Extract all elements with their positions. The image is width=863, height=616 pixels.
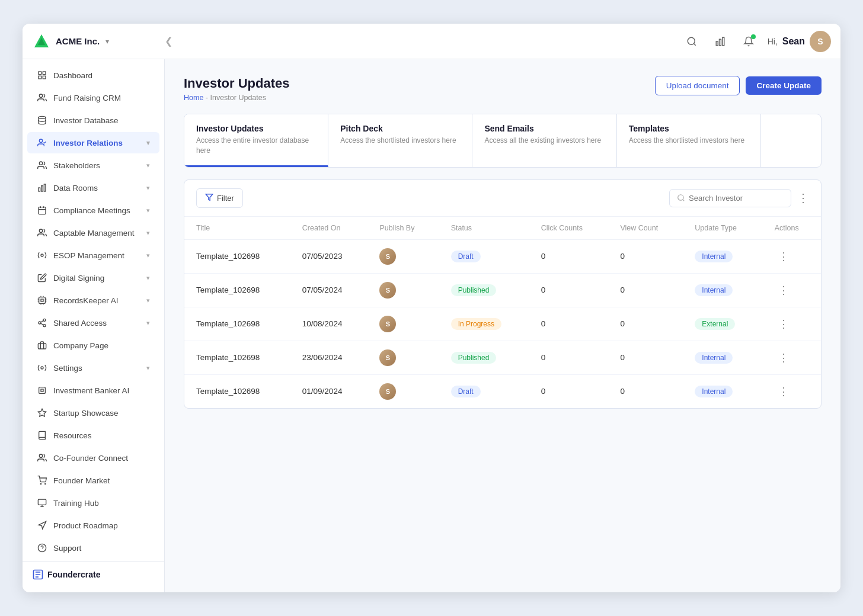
sidebar-item-label: RecordsKeeper AI: [53, 296, 140, 305]
body: Dashboard Fund Raising CRM Investor Data…: [23, 59, 840, 592]
breadcrumb-home[interactable]: Home: [184, 94, 203, 102]
svg-point-12: [39, 116, 46, 118]
svg-rect-47: [38, 499, 46, 505]
tab-investor-updates[interactable]: Investor Updates Access the entire inves…: [184, 114, 328, 167]
svg-marker-54: [206, 194, 213, 200]
tab-templates[interactable]: Templates Access the shortlisted investo…: [617, 114, 761, 167]
tab-send-emails[interactable]: Send Emails Access all the existing inve…: [472, 114, 616, 167]
row-actions-button[interactable]: ⋮: [775, 316, 792, 332]
col-publish-by: Publish By: [367, 217, 439, 240]
breadcrumb-separator: - Investor Updates: [206, 94, 266, 102]
notification-icon-btn[interactable]: [739, 32, 758, 51]
toolbar-right: ⋮: [669, 189, 809, 207]
table-row: Template_102698 07/05/2023 S Draft 0 0 I…: [184, 239, 821, 273]
page-title-area: Investor Updates Home - Investor Updates: [184, 76, 290, 102]
svg-rect-16: [41, 186, 43, 191]
svg-point-36: [43, 325, 46, 327]
sidebar-item-product-roadmap[interactable]: Product Roadmap: [27, 515, 159, 536]
sidebar-item-compliance-meetings[interactable]: Compliance Meetings ▾: [27, 200, 159, 221]
sidebar-item-recordskeeper-ai[interactable]: RecordsKeeper AI ▾: [27, 290, 159, 311]
breadcrumb: Home - Investor Updates: [184, 94, 290, 102]
sidebar-item-label: Co-Founder Connect: [53, 454, 150, 463]
sidebar-item-shared-access[interactable]: Shared Access ▾: [27, 312, 159, 333]
table-body: Template_102698 07/05/2023 S Draft 0 0 I…: [184, 239, 821, 408]
filter-button[interactable]: Filter: [196, 188, 243, 208]
sidebar-item-label: Captable Management: [53, 229, 140, 238]
analytics-icon-btn[interactable]: [711, 32, 730, 51]
sidebar-item-settings[interactable]: Settings ▾: [27, 357, 159, 378]
cell-title: Template_102698: [184, 374, 290, 408]
sidebar-item-stakeholders[interactable]: Stakeholders ▾: [27, 155, 159, 176]
sidebar-item-company-page[interactable]: Company Page: [27, 335, 159, 356]
chevron-icon: ▾: [146, 207, 150, 214]
sidebar-item-founder-market[interactable]: Founder Market: [27, 470, 159, 491]
more-options-icon[interactable]: ⋮: [797, 191, 809, 205]
sidebar-item-investor-relations[interactable]: Investor Relations ▾: [27, 132, 159, 153]
cell-actions[interactable]: ⋮: [763, 307, 821, 341]
cell-publish-by: S: [367, 307, 439, 341]
chevron-icon: ▾: [146, 274, 150, 282]
svg-rect-42: [41, 389, 43, 392]
app-dropdown[interactable]: ▾: [106, 37, 109, 46]
investment-banker-icon: [37, 385, 47, 396]
product-roadmap-icon: [37, 520, 47, 531]
cell-status: Published: [439, 341, 529, 374]
cell-status: Draft: [439, 239, 529, 273]
sidebar-item-fundraising-crm[interactable]: Fund Raising CRM: [27, 87, 159, 108]
tab-pitch-deck[interactable]: Pitch Deck Access the shortlisted invest…: [328, 114, 472, 167]
sidebar-item-dashboard[interactable]: Dashboard: [27, 65, 159, 86]
cell-status: Published: [439, 273, 529, 307]
sidebar-item-esop-management[interactable]: ESOP Management ▾: [27, 245, 159, 266]
shared-access-icon: [37, 317, 47, 328]
create-update-button[interactable]: Create Update: [746, 76, 822, 95]
col-status: Status: [439, 217, 529, 240]
sidebar-item-co-founder-connect[interactable]: Co-Founder Connect: [27, 447, 159, 469]
app-name: ACME Inc.: [56, 36, 100, 46]
row-actions-button[interactable]: ⋮: [775, 249, 792, 264]
svg-marker-43: [38, 409, 46, 416]
sidebar-item-investment-banker-ai[interactable]: Investment Banker AI: [27, 380, 159, 401]
table-section: Filter ⋮ Title Crea: [184, 179, 822, 409]
filter-label: Filter: [217, 194, 234, 203]
sidebar-item-resources[interactable]: Resources: [27, 425, 159, 446]
data-rooms-icon: [37, 182, 47, 193]
sidebar-item-captable-management[interactable]: Captable Management ▾: [27, 222, 159, 243]
user-avatar[interactable]: S: [810, 31, 831, 52]
col-title: Title: [184, 217, 290, 240]
row-actions-button[interactable]: ⋮: [775, 384, 792, 399]
sidebar-item-support[interactable]: Support: [27, 537, 159, 559]
upload-document-button[interactable]: Upload document: [655, 76, 740, 95]
search-investor-input[interactable]: [689, 194, 784, 203]
greeting-text: Hi,: [768, 37, 778, 46]
svg-point-34: [43, 319, 46, 321]
sidebar-item-digital-signing[interactable]: Digital Signing ▾: [27, 267, 159, 288]
cell-actions[interactable]: ⋮: [763, 239, 821, 273]
svg-rect-9: [43, 76, 46, 79]
cell-status: In Progress: [439, 307, 529, 341]
row-actions-button[interactable]: ⋮: [775, 283, 792, 298]
sidebar-item-investor-database[interactable]: Investor Database: [27, 110, 159, 131]
chevron-icon: ▾: [146, 297, 150, 304]
status-badge: Published: [451, 352, 497, 364]
main-content: Investor Updates Home - Investor Updates…: [165, 59, 840, 592]
cell-actions[interactable]: ⋮: [763, 374, 821, 408]
svg-point-40: [41, 367, 43, 369]
resources-icon: [37, 430, 47, 441]
sidebar-collapse-btn[interactable]: ❮: [165, 36, 172, 47]
status-badge: In Progress: [451, 318, 501, 330]
sidebar-item-training-hub[interactable]: Training Hub: [27, 492, 159, 514]
sidebar-item-label: ESOP Management: [53, 251, 140, 260]
table-row: Template_102698 01/09/2024 S Draft 0 0 I…: [184, 374, 821, 408]
svg-point-2: [688, 37, 695, 44]
update-type-badge: Internal: [695, 386, 733, 397]
sidebar-item-startup-showcase[interactable]: Startup Showcase: [27, 402, 159, 424]
svg-point-23: [41, 254, 43, 256]
cell-actions[interactable]: ⋮: [763, 341, 821, 374]
search-icon-btn[interactable]: [682, 32, 701, 51]
cell-click-counts: 0: [529, 239, 609, 273]
cell-actions[interactable]: ⋮: [763, 273, 821, 307]
row-actions-button[interactable]: ⋮: [775, 350, 792, 365]
data-table: Title Created On Publish By Status Click…: [184, 217, 821, 408]
sidebar-item-data-rooms[interactable]: Data Rooms ▾: [27, 177, 159, 198]
cell-click-counts: 0: [529, 341, 609, 374]
